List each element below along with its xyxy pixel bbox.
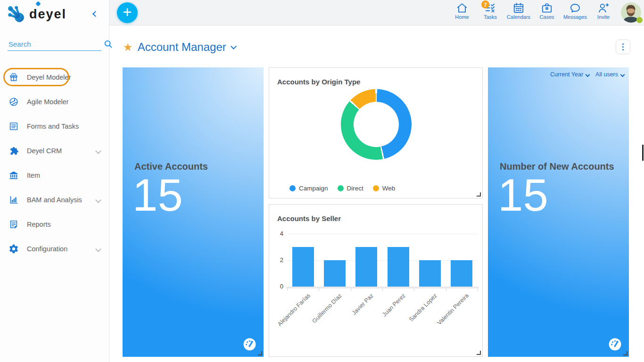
bar-juan-perez[interactable] [388,247,409,287]
sidebar-item-bam-and-analysis[interactable]: BAM and Analysis [0,191,109,208]
y-axis-tick-label: 4 [271,230,283,237]
sidebar-item-label: Reports [27,221,51,228]
card-value: 15 [123,172,264,218]
gift-icon [8,72,19,82]
sidebar-menu: Deyel ModelerAgile ModelerForms and Task… [0,69,109,265]
donut-hole [354,102,399,147]
resize-handle[interactable] [258,351,262,355]
scrollbar-thumb[interactable] [642,145,644,161]
status-dot [636,17,643,23]
chart-title: Accounts by Origin Type [277,78,360,86]
filter-label: All users [595,71,618,78]
legend-item-web[interactable]: Web [373,185,396,192]
sidebar: deyel Deyel ModelerAgile ModelerForms an… [0,0,109,362]
bar-guillermo-d-az[interactable] [324,260,346,287]
calendar-icon [512,2,525,14]
filter-label: Current Year [550,71,583,78]
x-axis-tick [382,288,383,291]
gear-icon [8,244,19,254]
brand-logo[interactable]: deyel [7,4,66,25]
chevron-down-icon [95,246,101,252]
sidebar-item-label: Item [27,172,40,179]
sidebar-item-deyel-crm[interactable]: Deyel CRM [0,142,109,159]
topbar-item-label: Home [455,14,469,20]
chevron-down-icon [95,197,101,203]
topbar-item-cases[interactable]: Cases [533,2,561,20]
x-axis-tick [287,288,288,291]
resize-handle[interactable] [477,351,481,355]
topbar-item-label: Messages [563,14,587,20]
x-axis-tick [414,288,414,291]
sidebar-item-item[interactable]: Item [0,167,109,184]
sidebar-item-configuration[interactable]: Configuration [0,240,109,257]
favorite-star-icon[interactable]: ★ [123,42,133,53]
donut-chart[interactable] [341,89,412,160]
legend-dot [373,185,379,191]
sidebar-item-label: Deyel Modeler [27,74,71,81]
resize-handle[interactable] [477,192,481,197]
deyel-splat-icon [7,5,25,24]
bar-sandra-lopez[interactable] [419,260,441,287]
topbar-item-label: Cases [539,14,554,20]
sidebar-item-reports[interactable]: Reports [0,216,109,233]
bank-icon [8,170,19,181]
legend-label: Direct [347,185,363,192]
sidebar-collapse-button[interactable] [93,9,98,18]
bar-chart: 024Alejandro FaríasGuillermo DíazJavier … [269,205,482,356]
x-axis-category-label: Guillermo Díaz [311,292,343,324]
legend-item-direct[interactable]: Direct [338,185,363,192]
x-axis-category-label: Valentin Pereira [436,292,470,326]
sidebar-item-label: Forms and Tasks [27,123,79,130]
chart-legend: CampaignDirectWeb [289,185,395,192]
gauge-icon[interactable] [242,337,257,352]
sidebar-item-agile-modeler[interactable]: Agile Modeler [0,93,109,110]
sidebar-item-forms-and-tasks[interactable]: Forms and Tasks [0,118,109,135]
legend-item-campaign[interactable]: Campaign [289,185,328,192]
x-axis-category-label: Alejandro Farías [276,292,312,328]
topbar-item-invite[interactable]: Invite [589,2,618,20]
bar-valentin-pereira[interactable] [451,260,472,287]
user-avatar[interactable] [621,2,641,23]
new-accounts-card: Current YearAll users Number of New Acco… [488,67,629,357]
brand-name: deyel [29,7,66,22]
bar-alejandro-far-as[interactable] [292,247,314,287]
topbar-item-label: Calendars [507,14,530,20]
resize-handle[interactable] [623,351,627,355]
topbar-item-home[interactable]: Home [448,2,476,20]
briefcase-icon [541,2,553,14]
barchart-icon [8,195,19,205]
chevron-down-icon [620,72,625,77]
bar-javier-paz[interactable] [355,247,377,287]
x-axis-tick [319,288,319,291]
topbar-item-tasks[interactable]: 7Tasks [476,2,504,20]
sidebar-item-label: Deyel CRM [27,147,62,155]
search-input[interactable] [8,40,103,49]
tasks-badge: 7 [481,0,489,8]
search-icon[interactable] [103,39,113,49]
card-title: Number of New Accounts [488,67,629,172]
title-chevron-down-icon[interactable] [231,43,237,49]
topbar-item-calendars[interactable]: Calendars [504,2,533,20]
y-axis-tick-label: 2 [271,256,283,263]
x-axis-tick [478,288,478,291]
x-axis-category-label: Juan Perez [381,292,407,318]
accounts-by-seller-panel: Accounts by Seller 024Alejandro FaríasGu… [269,204,483,357]
gauge-icon[interactable] [608,337,622,352]
gridline [287,234,478,234]
add-button[interactable]: + [117,2,138,23]
sidebar-item-label: Agile Modeler [27,98,69,106]
legend-label: Web [382,185,396,192]
filter-dropdown-all-users[interactable]: All users [595,71,624,78]
sidebar-item-deyel-modeler[interactable]: Deyel Modeler [0,69,109,86]
form-icon [8,121,19,132]
logo-sparkle-icon [35,1,41,6]
page-title[interactable]: Account Manager [138,41,226,54]
filter-dropdown-current-year[interactable]: Current Year [550,71,589,78]
app-window: deyel Deyel ModelerAgile ModelerForms an… [0,0,644,362]
legend-dot [289,185,296,191]
chevron-down-icon [586,72,590,77]
gridline [287,260,478,261]
topbar-item-messages[interactable]: Messages [561,2,589,20]
page-menu-button[interactable] [616,40,630,54]
card-filters: Current YearAll users [550,71,624,78]
